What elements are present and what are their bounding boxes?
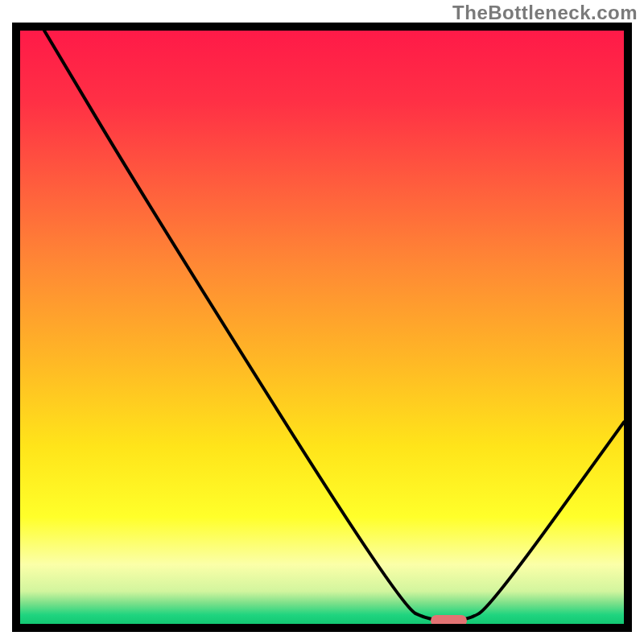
optimal-range-marker [431,615,467,626]
watermark-text: TheBottleneck.com [452,2,638,24]
plot-frame [12,23,632,632]
plot-svg [20,31,624,624]
chart-container: TheBottleneck.com [0,0,644,644]
plot-background [20,31,624,624]
